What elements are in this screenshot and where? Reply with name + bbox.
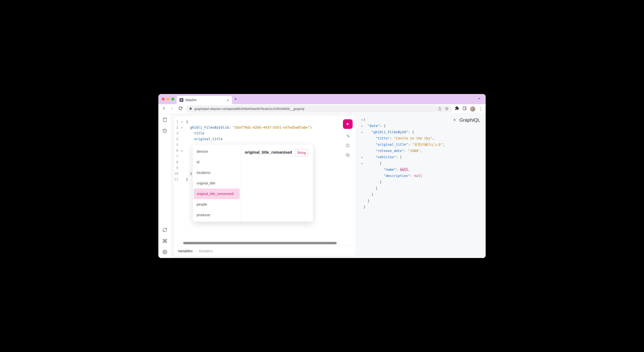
editor-tools — [343, 119, 352, 158]
window-titlebar: S StepZen × + — [158, 94, 486, 104]
tab-headers[interactable]: Headers — [199, 249, 212, 253]
url-text: graphqlad.stepzen.net/api/ad86c936e63ae0… — [194, 107, 436, 111]
new-tab-button[interactable]: + — [234, 97, 237, 102]
share-icon[interactable] — [438, 107, 442, 111]
merge-icon[interactable] — [345, 143, 350, 148]
run-query-button[interactable] — [343, 119, 352, 129]
traffic-lights — [162, 98, 174, 100]
minimize-window-button[interactable] — [166, 98, 170, 100]
autocomplete-type-badge: String — [295, 149, 308, 156]
autocomplete-item[interactable]: original_title — [194, 178, 240, 189]
response-body[interactable]: ▼{ ▼ "data": { ▼ "ghibli_FilmsById": { "… — [360, 117, 481, 210]
panel-icon[interactable] — [462, 106, 467, 111]
query-editor-panel: 1 ▼ 2 ▼ 3 4 5 6 ▼ 7 8 9 10 11 — [173, 116, 356, 256]
history-icon[interactable] — [162, 128, 168, 133]
autocomplete-item[interactable]: locations — [194, 167, 240, 178]
response-header: + GraphiQL — [453, 117, 480, 123]
lock-icon — [189, 107, 192, 111]
browser-tab[interactable]: S StepZen × — [177, 96, 232, 104]
autocomplete-item-selected[interactable]: original_title_romanised — [194, 189, 240, 199]
autocomplete-item[interactable]: people — [194, 199, 240, 210]
tabs-overflow-button[interactable] — [478, 97, 481, 101]
autocomplete-item[interactable]: id — [194, 157, 240, 167]
refetch-icon[interactable] — [162, 227, 168, 233]
response-panel: + GraphiQL ▼{ ▼ "data": { ▼ "ghibli_Film… — [356, 114, 486, 258]
extensions-icon[interactable] — [455, 106, 459, 112]
autocomplete-detail: original_title_romanised String — [241, 145, 313, 222]
reload-button[interactable] — [178, 106, 183, 111]
left-sidebar — [158, 114, 171, 258]
graphiql-logo: GraphiQL — [460, 117, 480, 123]
browser-window: S StepZen × + graphqlad.stepzen.net/api/… — [158, 94, 486, 258]
maximize-window-button[interactable] — [171, 98, 174, 100]
browser-menu-button[interactable]: ⋮ — [479, 106, 483, 112]
close-tab-button[interactable]: × — [227, 98, 229, 102]
settings-icon[interactable] — [162, 249, 168, 255]
autocomplete-item[interactable]: director — [194, 146, 240, 157]
tab-variables[interactable]: Variables — [178, 249, 192, 253]
autocomplete-list: director id locations original_title ori… — [193, 145, 241, 222]
address-bar[interactable]: graphqlad.stepzen.net/api/ad86c936e63ae0… — [186, 105, 452, 112]
svg-marker-1 — [445, 107, 448, 110]
forward-button[interactable] — [170, 106, 175, 112]
horizontal-scrollbar[interactable] — [183, 242, 337, 244]
back-button[interactable] — [161, 106, 166, 112]
autocomplete-item[interactable]: producer — [194, 210, 240, 220]
editor-bottom-tabs: Variables Headers — [174, 246, 356, 256]
close-window-button[interactable] — [162, 98, 164, 100]
tab-favicon: S — [180, 98, 184, 102]
svg-point-6 — [164, 252, 165, 253]
copy-icon[interactable] — [345, 152, 350, 158]
docs-icon[interactable] — [162, 117, 168, 122]
tab-title: StepZen — [185, 98, 225, 102]
svg-marker-7 — [347, 123, 349, 125]
toolbar: graphqlad.stepzen.net/api/ad86c936e63ae0… — [158, 104, 486, 114]
svg-rect-4 — [163, 118, 166, 122]
query-editor[interactable]: 1 ▼ 2 ▼ 3 4 5 6 ▼ 7 8 9 10 11 — [174, 116, 356, 240]
line-gutter: 1 ▼ 2 ▼ 3 4 5 6 ▼ 7 8 9 10 11 — [174, 119, 184, 240]
svg-rect-2 — [463, 107, 466, 110]
graphiql-app: 1 ▼ 2 ▼ 3 4 5 6 ▼ 7 8 9 10 11 — [158, 114, 486, 258]
profile-avatar[interactable] — [470, 106, 475, 112]
add-tab-button[interactable]: + — [453, 117, 456, 123]
main-area: 1 ▼ 2 ▼ 3 4 5 6 ▼ 7 8 9 10 11 — [171, 114, 486, 258]
autocomplete-popup: director id locations original_title ori… — [193, 145, 313, 222]
shortcuts-icon[interactable] — [162, 238, 168, 244]
autocomplete-detail-title: original_title_romanised — [245, 150, 292, 155]
prettify-icon[interactable] — [345, 133, 350, 138]
bookmark-icon[interactable] — [445, 107, 448, 111]
